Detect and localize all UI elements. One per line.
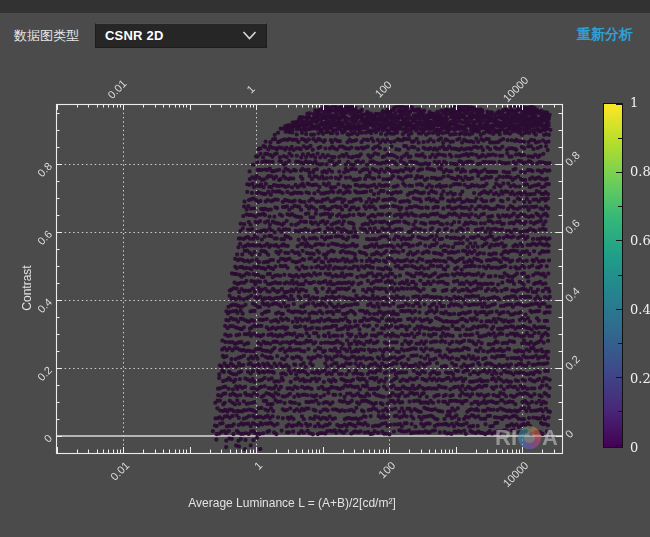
colorbar-tick-label: 0.8 <box>630 164 650 179</box>
colorbar-tick-label: 0.4 <box>630 302 650 317</box>
x-axis-title: Average Luminance L = (A+B)/2[cd/m²] <box>188 496 395 510</box>
csnr-analysis-window: 数据图类型 CSNR 2D 重新分析 0.010.011110010010000… <box>0 0 650 537</box>
colorbar-tick <box>616 104 622 105</box>
colorbar-tick <box>618 411 622 412</box>
colorbar-tick <box>618 138 622 139</box>
colorbar-tick-label: 0.6 <box>630 233 650 248</box>
colorbar-tick <box>616 309 622 310</box>
colorbar-tick-label: 0.2 <box>630 371 650 386</box>
csnr-2d-scatter-plot[interactable] <box>0 0 650 537</box>
colorbar-tick <box>618 206 622 207</box>
colorbar-tick <box>616 377 622 378</box>
colorbar-tick-label: 0 <box>630 440 638 455</box>
colorbar-tick <box>616 172 622 173</box>
colorbar <box>603 103 623 448</box>
y-axis-title: Contrast <box>20 265 34 310</box>
colorbar-tick <box>618 343 622 344</box>
colorbar-tick <box>618 275 622 276</box>
colorbar-tick <box>616 240 622 241</box>
colorbar-tick <box>616 445 622 446</box>
colorbar-tick-label: 1 <box>630 95 638 110</box>
